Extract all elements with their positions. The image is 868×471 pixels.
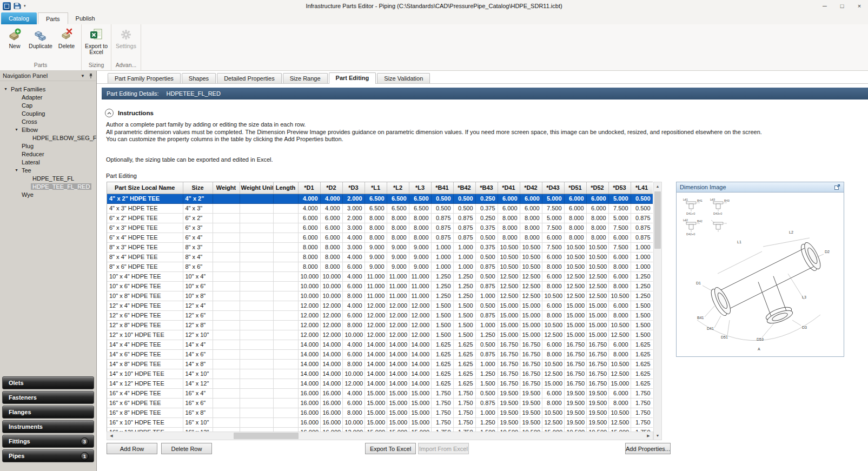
table-cell[interactable] [273, 213, 298, 223]
table-cell[interactable]: 14" x 6" [183, 349, 213, 359]
table-cell[interactable]: 16.750 [520, 379, 542, 388]
table-cell[interactable]: 8.000 [498, 233, 520, 242]
table-cell[interactable]: 19.500 [520, 427, 542, 432]
table-cell[interactable]: 16" x 6" [183, 398, 213, 408]
table-cell[interactable]: 9.000 [365, 262, 387, 271]
table-cell[interactable]: 0.375 [475, 242, 498, 252]
table-cell[interactable]: 12.500 [608, 330, 631, 340]
table-cell[interactable]: 0.375 [475, 223, 498, 233]
table-cell[interactable]: 8.000 [320, 242, 342, 252]
column-header-b43[interactable]: *B43 [475, 182, 498, 194]
table-cell[interactable]: 1.625 [631, 369, 653, 379]
table-cell[interactable]: 19.500 [564, 417, 586, 427]
table-cell[interactable]: 14.000 [365, 340, 387, 349]
table-cell[interactable]: 12.000 [365, 320, 387, 330]
table-cell[interactable]: 1.250 [631, 281, 653, 291]
table-cell[interactable]: 1.000 [631, 262, 653, 271]
table-cell[interactable]: 4" x 2" HDPE TEE [107, 194, 183, 203]
category-button-fittings[interactable]: Fittings3 [2, 435, 94, 448]
add-row-button[interactable]: Add Row [107, 443, 157, 454]
table-cell[interactable]: 0.375 [475, 203, 498, 213]
table-cell[interactable]: 14.000 [320, 340, 342, 349]
table-cell[interactable]: 1.625 [631, 359, 653, 369]
table-cell[interactable]: 15.000 [409, 417, 431, 427]
table-cell[interactable]: 12.000 [320, 330, 342, 340]
table-cell[interactable]: 6.000 [608, 252, 631, 262]
table-cell[interactable]: 8.000 [498, 223, 520, 233]
table-cell[interactable]: 0.500 [475, 233, 498, 242]
table-cell[interactable]: 12.000 [298, 330, 320, 340]
table-cell[interactable]: 7.500 [542, 242, 564, 252]
table-cell[interactable]: 14.000 [365, 359, 387, 369]
table-cell[interactable]: 10.000 [298, 281, 320, 291]
table-cell[interactable]: 1.000 [431, 262, 453, 271]
column-header-d41[interactable]: *D41 [498, 182, 520, 194]
table-cell[interactable]: 12.000 [320, 310, 342, 320]
table-cell[interactable]: 6.000 [542, 301, 564, 310]
table-cell[interactable]: 12.000 [365, 301, 387, 310]
category-button-pipes[interactable]: Pipes1 [2, 449, 94, 462]
table-cell[interactable]: 6.000 [320, 223, 342, 233]
table-cell[interactable]: 9.000 [409, 242, 431, 252]
table-cell[interactable]: 8" x 6" [183, 262, 213, 271]
table-cell[interactable]: 1.500 [453, 320, 475, 330]
table-cell[interactable]: 1.250 [475, 330, 498, 340]
table-cell[interactable]: 14.000 [320, 379, 342, 388]
table-cell[interactable]: 11.000 [409, 271, 431, 281]
table-cell[interactable] [273, 330, 298, 340]
table-cell[interactable]: 12.000 [342, 379, 365, 388]
tab-detailed-properties[interactable]: Detailed Properties [217, 73, 282, 83]
table-cell[interactable]: 10.500 [542, 291, 564, 301]
table-cell[interactable]: 15.000 [498, 310, 520, 320]
table-cell[interactable]: 8.000 [342, 291, 365, 301]
tree-item-cross[interactable]: Cross [0, 117, 96, 125]
table-cell[interactable]: 1.000 [453, 242, 475, 252]
table-cell[interactable]: 0.500 [475, 271, 498, 281]
table-cell[interactable]: 1.625 [453, 349, 475, 359]
table-cell[interactable]: 1.750 [453, 398, 475, 408]
table-cell[interactable] [273, 398, 298, 408]
table-cell[interactable]: 8.000 [608, 310, 631, 320]
table-cell[interactable]: 8.000 [608, 398, 631, 408]
table-cell[interactable]: 14" x 10" [183, 369, 213, 379]
table-cell[interactable]: 1.750 [631, 417, 653, 427]
table-cell[interactable]: 0.875 [453, 223, 475, 233]
table-cell[interactable]: 12.000 [365, 330, 387, 340]
table-cell[interactable]: 19.500 [564, 398, 586, 408]
table-cell[interactable]: 10.500 [542, 408, 564, 417]
table-cell[interactable]: 0.500 [475, 252, 498, 262]
table-cell[interactable]: 16.000 [320, 417, 342, 427]
table-cell[interactable]: 8" x 4" [183, 252, 213, 262]
table-cell[interactable]: 1.500 [453, 310, 475, 320]
table-cell[interactable]: 12.500 [542, 417, 564, 427]
table-cell[interactable]: 4.000 [298, 194, 320, 203]
table-cell[interactable]: 9.000 [409, 262, 431, 271]
table-cell[interactable] [213, 194, 240, 203]
table-cell[interactable]: 12.500 [498, 281, 520, 291]
table-cell[interactable] [273, 252, 298, 262]
table-cell[interactable]: 1.750 [431, 388, 453, 398]
table-cell[interactable]: 0.875 [475, 310, 498, 320]
table-cell[interactable]: 8.000 [542, 281, 564, 291]
table-cell[interactable]: 10" x 6" HDPE TEE [107, 281, 183, 291]
table-cell[interactable]: 8.000 [542, 262, 564, 271]
table-cell[interactable]: 1.750 [431, 398, 453, 408]
table-cell[interactable] [213, 271, 240, 281]
table-cell[interactable]: 6" x 3" HDPE TEE [107, 223, 183, 233]
tree-item-adapter[interactable]: Adapter [0, 93, 96, 101]
tree-item-lateral[interactable]: Lateral [0, 158, 96, 166]
table-cell[interactable]: 8.000 [320, 262, 342, 271]
column-header-weight[interactable]: Weight [213, 182, 240, 194]
column-header-b41[interactable]: *B41 [431, 182, 453, 194]
table-cell[interactable]: 1.000 [631, 242, 653, 252]
table-cell[interactable] [240, 194, 273, 203]
table-cell[interactable]: 0.250 [475, 213, 498, 223]
table-cell[interactable]: 0.875 [475, 349, 498, 359]
table-cell[interactable]: 15.000 [608, 379, 631, 388]
table-cell[interactable]: 0.500 [631, 203, 653, 213]
table-cell[interactable] [213, 388, 240, 398]
table-cell[interactable]: 1.625 [431, 340, 453, 349]
table-cell[interactable]: 0.250 [475, 194, 498, 203]
table-cell[interactable]: 8.000 [298, 242, 320, 252]
table-cell[interactable]: 9.000 [409, 252, 431, 262]
